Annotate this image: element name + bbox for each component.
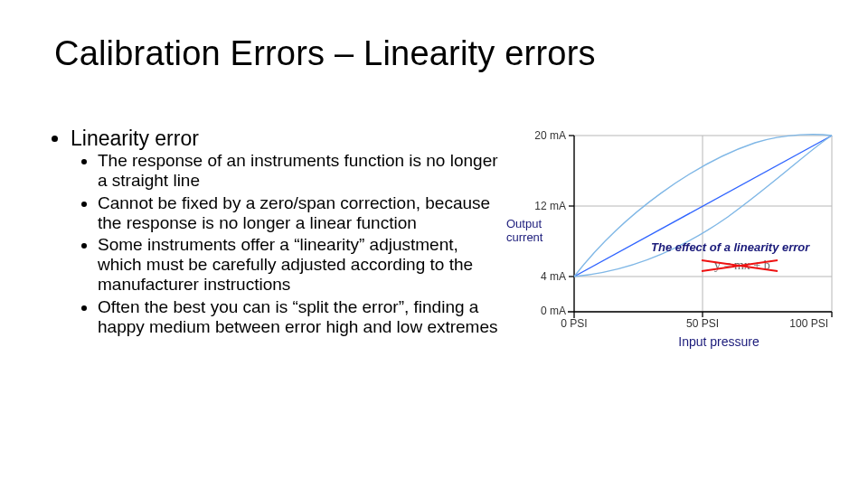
y-tick: 12 mA [534,200,566,212]
slide-body: Linearity error The response of an instr… [54,127,506,343]
y-axis-label: Output current [506,217,545,244]
bullet-item: Often the best you can is “split the err… [98,297,506,337]
chart-annotation: The effect of a linearity error [651,240,810,254]
x-tick: 50 PSI [686,317,719,330]
chart-grid [574,136,832,312]
x-axis-label: Input pressure [678,334,760,349]
y-tick: 0 mA [541,305,566,317]
y-tick: 4 mA [541,270,566,283]
chart-axes [568,136,832,318]
x-tick: 0 PSI [561,317,587,330]
bullet-item: Some instruments offer a “linearity” adj… [98,235,506,295]
heading-bullet: Linearity error The response of an instr… [71,127,506,337]
bullet-item: Cannot be fixed by a zero/span correctio… [98,193,506,233]
slide: Calibration Errors – Linearity errors Li… [0,0,868,488]
x-tick: 100 PSI [789,317,828,330]
linearity-chart: 20 mA 12 mA 4 mA 0 mA 0 PSI 50 PSI 100 P… [506,127,850,361]
y-tick: 20 mA [534,129,566,142]
slide-title: Calibration Errors – Linearity errors [54,34,596,73]
heading-text: Linearity error [71,127,199,150]
bullet-item: The response of an instruments function … [98,151,506,191]
